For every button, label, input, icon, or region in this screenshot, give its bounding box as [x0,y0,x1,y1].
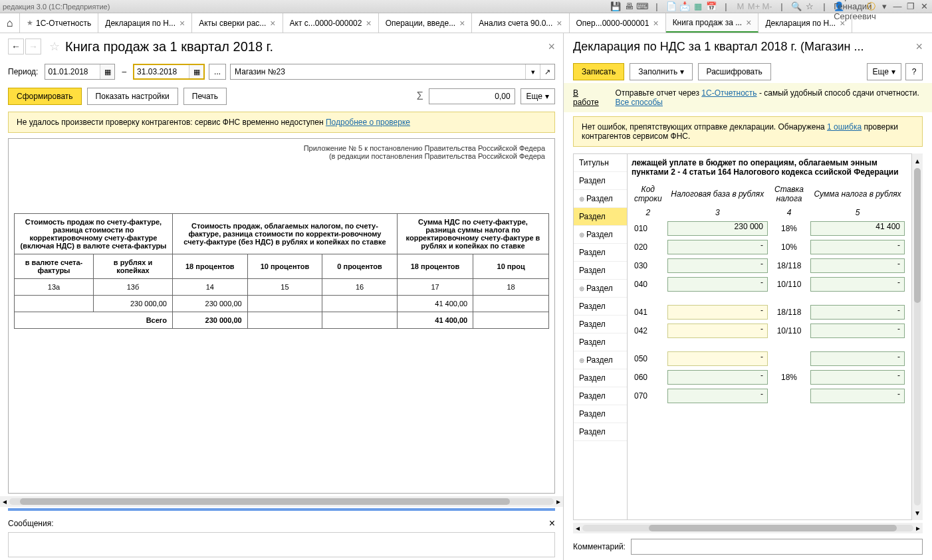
tax-sum-input[interactable]: 41 400 [810,221,905,236]
organization-field[interactable] [231,67,525,76]
doc-icon[interactable]: 📄 [666,1,677,12]
minimize-icon[interactable]: — [892,1,903,12]
m-icon[interactable]: M [735,1,746,12]
show-settings-button[interactable]: Показать настройки [87,88,178,105]
tax-base-input[interactable]: - [667,389,768,403]
sum-field[interactable] [429,88,515,104]
table-icon[interactable]: ▦ [693,1,703,12]
messages-close-button[interactable]: × [549,517,555,529]
tax-sum-input[interactable]: - [810,258,905,273]
tab-close-icon[interactable]: × [459,18,465,29]
date-from-field[interactable] [45,64,100,79]
close-icon[interactable]: ✕ [919,1,929,12]
dropdown-icon[interactable]: ▾ [879,1,889,12]
tax-sum-input[interactable]: - [810,370,905,385]
more-button[interactable]: Еще▾ [521,88,555,104]
tax-base-input[interactable]: - [667,370,768,385]
tab[interactable]: Опер...0000-000001× [570,13,666,33]
zoom-icon[interactable]: 🔍 [791,1,802,12]
date-to-field[interactable] [134,65,189,78]
section-item[interactable]: Раздел [574,333,627,351]
date-from-picker-icon[interactable]: ▦ [100,64,114,79]
section-item[interactable]: Раздел [574,369,627,387]
calc-icon[interactable]: ⌨ [637,1,647,12]
tax-sum-input[interactable]: - [810,305,905,320]
section-item[interactable]: ⊕Раздел [574,190,627,208]
tax-base-input[interactable]: - [667,240,768,254]
comment-input[interactable] [631,539,923,555]
tax-base-input[interactable]: 230 000 [667,221,768,236]
tax-sum-input[interactable]: - [810,324,905,338]
tab[interactable]: Акты сверки рас...× [192,13,283,33]
tax-sum-input[interactable]: - [810,240,905,254]
section-item[interactable]: Раздел [574,316,627,333]
all-methods-link[interactable]: Все способы [615,98,663,107]
tax-base-input[interactable]: - [667,305,768,320]
section-item[interactable]: Раздел [574,262,627,280]
decode-button[interactable]: Расшифровать [698,63,771,80]
horizontal-scrollbar-right[interactable]: ◂▸ [573,523,923,533]
section-item[interactable]: ⊕Раздел [574,351,627,369]
section-item[interactable]: Раздел [574,423,627,441]
help-button[interactable]: ? [905,63,923,80]
star-icon[interactable]: ☆ [804,1,815,12]
tab[interactable]: Декларация по Н...× [98,13,192,33]
close-panel-button[interactable]: × [548,40,555,54]
date-to-picker-icon[interactable]: ▦ [189,65,203,78]
organization-select[interactable]: ▾ ↗ [230,64,555,80]
status-link[interactable]: В работе [573,88,602,107]
calendar-icon[interactable]: 📅 [706,1,717,12]
tab[interactable]: Акт с...0000-000002× [283,13,379,33]
tab[interactable]: Декларация по Н...× [758,13,852,33]
tab-close-icon[interactable]: × [556,18,562,29]
info-icon[interactable]: ⓘ [866,1,876,12]
forward-button[interactable]: → [25,39,41,54]
tax-sum-input[interactable]: - [810,277,905,292]
section-item[interactable]: Раздел [574,172,627,190]
restore-icon[interactable]: ❐ [905,1,916,12]
section-item[interactable]: ⊕Раздел [574,280,627,298]
mplus-icon[interactable]: M+ [749,1,759,12]
tab[interactable]: Анализ счета 90.0...× [472,13,569,33]
tab[interactable]: Операции, введе...× [379,13,473,33]
tax-base-input[interactable]: - [667,277,768,292]
fill-button[interactable]: Заполнить ▾ [630,63,692,80]
tax-base-input[interactable]: - [667,258,768,273]
tax-base-input[interactable]: - [667,351,768,366]
tab-close-icon[interactable]: × [746,17,751,28]
tax-sum-input[interactable]: - [810,389,905,403]
org-dropdown-icon[interactable]: ▾ [525,64,540,79]
horizontal-scrollbar[interactable]: ◂▸ [0,496,563,507]
tab[interactable]: 1С-Отчетность [20,13,98,33]
org-open-icon[interactable]: ↗ [540,64,554,79]
favorite-button[interactable]: ☆ [47,39,62,54]
tab-close-icon[interactable]: × [366,18,371,29]
splitter[interactable] [8,508,555,511]
print-icon[interactable]: 🖶 [624,1,634,12]
close-right-panel-button[interactable]: × [915,40,923,54]
mminus-icon[interactable]: M- [762,1,772,12]
sections-list[interactable]: ТитульнРаздел⊕РазделРаздел⊕РазделРазделР… [573,153,628,520]
section-item[interactable]: Раздел [574,298,627,316]
section-item[interactable]: ⊕Раздел [574,226,627,244]
tab-close-icon[interactable]: × [653,18,658,29]
error-link[interactable]: 1 ошибка [827,122,862,132]
print-button[interactable]: Печать [183,88,227,105]
tab-close-icon[interactable]: × [179,18,185,29]
warning-link[interactable]: Подробнее о проверке [326,118,410,127]
section-item[interactable]: Титульн [574,154,627,172]
mail-icon[interactable]: 📩 [679,1,690,12]
tab[interactable]: Книга продаж за ...× [666,13,759,33]
declaration-content[interactable]: лежащей уплате в бюджет по операциям, об… [628,153,912,520]
back-button[interactable]: ← [8,39,24,54]
section-item[interactable]: Раздел [574,387,627,405]
more-button-right[interactable]: Еще▾ [867,63,901,80]
date-to-input[interactable]: ▦ [133,64,205,80]
tax-base-input[interactable]: - [667,324,768,338]
otchetnost-link[interactable]: 1С-Отчетность [701,88,757,98]
section-item[interactable]: Раздел [574,405,627,423]
report-area[interactable]: Приложение № 5 к постановлению Правитель… [8,138,555,494]
date-from-input[interactable]: ▦ [45,64,115,80]
write-button[interactable]: Записать [573,63,624,80]
section-item[interactable]: Раздел [574,244,627,262]
